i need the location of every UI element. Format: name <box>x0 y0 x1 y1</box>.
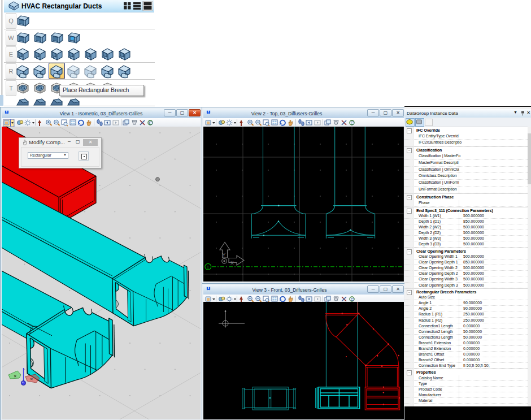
svg-text:Y: Y <box>223 252 226 258</box>
svg-text:X: X <box>230 260 234 266</box>
svg-text:✕: ✕ <box>30 377 33 381</box>
svg-text:1: 1 <box>207 265 209 269</box>
svg-text:✕: ✕ <box>14 374 16 378</box>
